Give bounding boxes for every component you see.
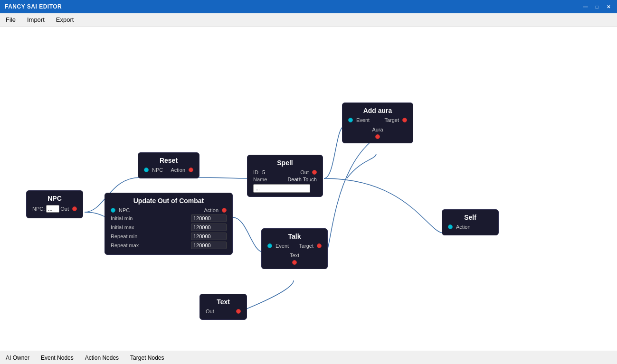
spell-out-label: Out	[300, 169, 309, 175]
update-title: Update Out of Combat	[111, 197, 227, 205]
text-out-port	[236, 309, 241, 314]
addaura-event-port	[348, 118, 353, 122]
node-self: Self Action	[442, 209, 499, 235]
update-initmin-row: Initial min	[111, 215, 227, 222]
npc-row: NPC: Out	[32, 205, 77, 213]
update-action-port	[222, 208, 227, 213]
update-repmax-row: Repeat max	[111, 242, 227, 249]
statusbar-action-nodes[interactable]: Action Nodes	[85, 355, 119, 361]
reset-npc-port	[144, 168, 149, 172]
update-initmax-label: Initial max	[111, 224, 134, 230]
talk-text-label: Text	[267, 252, 322, 258]
statusbar: AI Owner Event Nodes Action Nodes Target…	[0, 351, 617, 364]
reset-action-label: Action	[171, 167, 185, 173]
npc-npc-input[interactable]	[46, 205, 59, 213]
text-title: Text	[206, 298, 241, 306]
titlebar: FANCY SAI EDITOR — □ ✕	[0, 0, 617, 13]
spell-text-row	[253, 184, 317, 193]
close-button[interactable]: ✕	[605, 3, 612, 10]
node-text: Text Out	[199, 294, 247, 320]
spell-title: Spell	[253, 159, 317, 167]
update-npc-label: NPC	[119, 207, 130, 213]
text-out-label: Out	[206, 308, 214, 314]
update-initmax-input[interactable]	[191, 224, 227, 231]
update-npc-port	[111, 208, 115, 213]
update-repmin-label: Repeat min	[111, 233, 137, 239]
addaura-aura-port	[375, 134, 380, 139]
reset-action-port	[189, 168, 193, 172]
spell-name-row: Name Death Touch	[253, 177, 317, 182]
talk-text-port	[292, 260, 297, 265]
npc-out-port	[72, 206, 77, 211]
update-initmax-row: Initial max	[111, 224, 227, 231]
node-spell: Spell ID 5 Out Name Death Touch	[247, 155, 323, 197]
statusbar-ai-owner[interactable]: AI Owner	[6, 355, 29, 361]
talk-ports-row: Event Target	[267, 243, 322, 249]
menu-import[interactable]: Import	[25, 15, 47, 24]
app-title: FANCY SAI EDITOR	[5, 3, 62, 10]
statusbar-target-nodes[interactable]: Target Nodes	[130, 355, 164, 361]
spell-id-label: ID	[253, 169, 258, 175]
maximize-button[interactable]: □	[593, 3, 601, 10]
self-title: Self	[448, 214, 493, 221]
reset-npc-label: NPC	[152, 167, 163, 173]
node-reset: Reset NPC Action	[138, 152, 199, 178]
npc-npc-label: NPC:	[32, 206, 45, 212]
talk-text-port-row	[267, 260, 322, 265]
spell-name-value: Death Touch	[287, 177, 317, 182]
menu-export[interactable]: Export	[54, 15, 76, 24]
addaura-target-label: Target	[384, 117, 399, 123]
update-repmax-label: Repeat max	[111, 243, 139, 248]
addaura-aura-label: Aura	[348, 127, 407, 132]
addaura-aura-port-row	[348, 134, 407, 139]
addaura-event-label: Event	[356, 117, 370, 123]
update-repmax-input[interactable]	[191, 242, 227, 249]
minimize-button[interactable]: —	[582, 3, 589, 10]
update-repmin-input[interactable]	[191, 233, 227, 240]
addaura-ports-row: Event Target	[348, 117, 407, 123]
reset-row: NPC Action	[144, 167, 193, 173]
spell-out-port	[312, 170, 317, 175]
reset-title: Reset	[144, 157, 193, 164]
update-initmin-input[interactable]	[191, 215, 227, 222]
window-controls: — □ ✕	[582, 3, 612, 10]
npc-out-label: Out	[60, 206, 69, 212]
self-action-port	[448, 224, 453, 229]
statusbar-event-nodes[interactable]: Event Nodes	[41, 355, 74, 361]
node-npc: NPC NPC: Out	[26, 190, 83, 218]
node-talk: Talk Event Target Text	[261, 228, 328, 269]
spell-text-input[interactable]	[253, 184, 310, 193]
talk-target-port	[317, 243, 322, 248]
addaura-title: Add aura	[348, 107, 407, 114]
spell-name-label: Name	[253, 177, 267, 182]
npc-title: NPC	[32, 195, 77, 202]
text-out-row: Out	[206, 308, 241, 314]
talk-target-label: Target	[299, 243, 313, 249]
talk-event-port	[267, 243, 272, 248]
update-repmin-row: Repeat min	[111, 233, 227, 240]
addaura-target-port	[402, 118, 407, 122]
talk-title: Talk	[267, 233, 322, 240]
menubar: File Import Export	[0, 13, 617, 27]
self-action-row: Action	[448, 224, 493, 230]
menu-file[interactable]: File	[4, 15, 18, 24]
spell-id-value: 5	[262, 169, 265, 175]
spell-id-row: ID 5 Out	[253, 169, 317, 175]
update-initmin-label: Initial min	[111, 215, 133, 221]
talk-event-label: Event	[275, 243, 289, 249]
node-update: Update Out of Combat NPC Action Initial …	[104, 193, 233, 255]
node-addaura: Add aura Event Target Aura	[342, 103, 413, 143]
self-action-label: Action	[456, 224, 471, 230]
update-action-label: Action	[204, 207, 218, 213]
canvas-area: NPC NPC: Out Reset NPC Action	[0, 27, 617, 351]
update-top-row: NPC Action	[111, 207, 227, 213]
